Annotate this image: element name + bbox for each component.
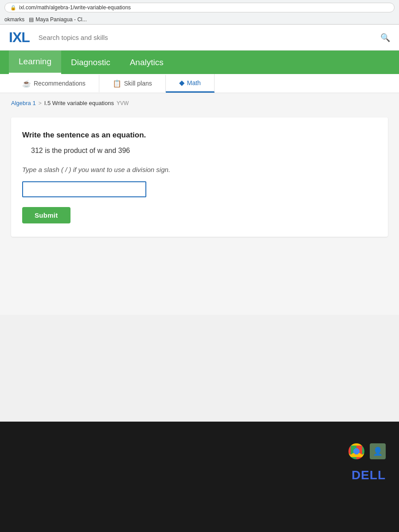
nav-diagnostic[interactable]: Diagnostic xyxy=(61,51,120,74)
problem-instruction: Write the sentence as an equation. xyxy=(22,131,377,140)
search-input[interactable] xyxy=(39,34,376,41)
dell-text: DELL xyxy=(352,468,386,482)
taskbar-icons: 👤 xyxy=(348,443,386,459)
breadcrumb-parent[interactable]: Algebra 1 xyxy=(11,100,36,106)
chrome-icon[interactable] xyxy=(348,443,364,459)
taskbar: 👤 DELL xyxy=(0,434,399,532)
nav-math[interactable]: ◆ Math xyxy=(166,74,215,93)
problem-statement: 312 is the product of w and 396 xyxy=(22,147,377,155)
answer-input[interactable] xyxy=(22,181,146,197)
logo-x: X xyxy=(12,29,21,45)
nav-learning[interactable]: Learning xyxy=(9,51,61,74)
search-bar-container: 🔍 xyxy=(39,33,390,43)
bookmark-icon: ▤ xyxy=(29,16,34,23)
logo-i: I xyxy=(9,29,12,45)
browser-chrome: 🔒 ixl.com/math/algebra-1/write-variable-… xyxy=(0,0,399,25)
math-icon: ◆ xyxy=(179,78,184,87)
logo-l: L xyxy=(21,29,30,45)
main-content: Algebra 1 > I.5 Write variable equations… xyxy=(0,93,399,315)
search-button[interactable]: 🔍 xyxy=(380,33,390,43)
address-bar-row: 🔒 ixl.com/math/algebra-1/write-variable-… xyxy=(0,0,399,15)
yvw-badge: YVW xyxy=(117,100,129,106)
skill-plans-label: Skill plans xyxy=(124,80,152,87)
breadcrumb-separator: > xyxy=(39,100,42,106)
nav-recommendations[interactable]: ☕ Recommendations xyxy=(9,75,99,92)
user-glyph: 👤 xyxy=(373,446,383,456)
bookmarks-bar: okmarks ▤ Maya Paniagua - Cl... xyxy=(0,15,399,24)
math-label: Math xyxy=(187,79,201,86)
nav-skill-plans[interactable]: 📋 Skill plans xyxy=(99,75,166,92)
lock-icon: 🔒 xyxy=(10,5,16,11)
browser-content: IXL 🔍 Learning Diagnostic Analytics ☕ Re… xyxy=(0,25,399,422)
bookmarks-label: okmarks xyxy=(4,16,24,23)
bookmark-maya[interactable]: ▤ Maya Paniagua - Cl... xyxy=(29,16,86,23)
breadcrumb: Algebra 1 > I.5 Write variable equations… xyxy=(11,100,388,106)
submit-button[interactable]: Submit xyxy=(22,207,70,223)
bookmark-label: Maya Paniagua - Cl... xyxy=(35,16,86,23)
address-bar[interactable]: 🔒 ixl.com/math/algebra-1/write-variable-… xyxy=(4,3,395,12)
dell-logo: DELL xyxy=(352,468,386,482)
skill-plans-icon: 📋 xyxy=(113,79,121,88)
secondary-nav: ☕ Recommendations 📋 Skill plans ◆ Math xyxy=(0,74,399,93)
problem-area: Write the sentence as an equation. 312 i… xyxy=(11,117,388,237)
recommendations-label: Recommendations xyxy=(34,80,86,87)
recommendations-icon: ☕ xyxy=(22,79,31,88)
ixl-logo: IXL xyxy=(9,29,30,46)
user-icon[interactable]: 👤 xyxy=(370,443,386,459)
breadcrumb-current: I.5 Write variable equations xyxy=(44,100,114,106)
nav-analytics[interactable]: Analytics xyxy=(120,51,173,74)
url-text: ixl.com/math/algebra-1/write-variable-eq… xyxy=(19,4,131,11)
green-nav: Learning Diagnostic Analytics xyxy=(0,51,399,74)
hint-text: Type a slash ( / ) if you want to use a … xyxy=(22,166,377,173)
ixl-header: IXL 🔍 xyxy=(0,25,399,51)
